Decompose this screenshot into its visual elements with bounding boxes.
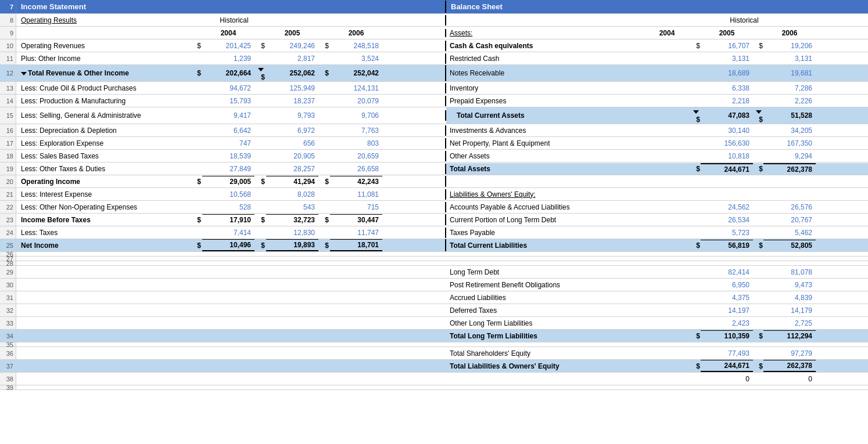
ap-2005: 24,562 bbox=[701, 202, 753, 212]
sbt-label: Less: Sales Based Taxes bbox=[16, 151, 191, 161]
is-year-2005: 2005 bbox=[266, 29, 318, 37]
restricted-cash-label: Restricted Cash bbox=[446, 53, 644, 64]
row-content-9: 2004 2005 2006 Assets: 2004 2005 2006 bbox=[16, 28, 868, 38]
row-content-12: Total Revenue & Other Income $ 202,664 $… bbox=[16, 65, 868, 81]
row-num-37: 37 bbox=[0, 360, 16, 372]
onoe-label: Less: Other Non-Operating Expenses bbox=[16, 202, 191, 212]
inv-2005: 6,338 bbox=[701, 83, 753, 93]
d-2006-1: $ bbox=[318, 42, 330, 50]
row-14: 14 Less: Production & Manufacturing 15,7… bbox=[0, 95, 868, 107]
accl-2006: 4,839 bbox=[763, 293, 816, 303]
row-num-24: 24 bbox=[0, 226, 16, 239]
bs-d-tloe-06: $ bbox=[753, 362, 763, 370]
td1: $ bbox=[191, 216, 202, 224]
ibt-label: Income Before Taxes bbox=[16, 215, 191, 225]
row-num-39: 39 bbox=[0, 385, 16, 389]
d-2005-1: $ bbox=[254, 42, 266, 50]
dep-2006: 7,763 bbox=[330, 125, 382, 136]
nppe-2006: 167,350 bbox=[763, 138, 816, 149]
row-num-16: 16 bbox=[0, 124, 16, 136]
is-row-19: Less: Other Taxes & Duties 27,849 28,257… bbox=[16, 164, 446, 174]
row-37: 37 Total Liabilities & Owners' Equity $ … bbox=[0, 360, 868, 373]
row-18: 18 Less: Sales Based Taxes 18,539 20,905… bbox=[0, 150, 868, 163]
row-content-23: Income Before Taxes $ 17,910 $ 32,723 $ … bbox=[16, 214, 868, 225]
row-9: 9 2004 2005 2006 Assets: 2004 2005 2006 bbox=[0, 27, 868, 39]
onoe-2005: 543 bbox=[266, 202, 318, 212]
bs-row-13: Inventory 6,338 7,286 bbox=[446, 83, 868, 93]
row-content-30: Post Retirement Benefit Obligations 6,95… bbox=[16, 280, 868, 290]
bs-row-23: Current Portion of Long Term Debt 26,534… bbox=[446, 215, 868, 225]
operating-results-label: Operating Results bbox=[16, 15, 191, 26]
bs-row-11: Restricted Cash 3,131 3,131 bbox=[446, 53, 868, 64]
liab-header: Liabilities & Owners' Equity: bbox=[446, 189, 644, 200]
bs-row-15: Total Current Assets $ 47,083 $ 51,528 bbox=[446, 107, 868, 124]
row-content-10: Operating Revenues $ 201,425 $ 249,246 $… bbox=[16, 41, 868, 51]
taxes-2005: 12,830 bbox=[266, 228, 318, 238]
is-row-13: Less: Crude Oil & Product Purchases 94,6… bbox=[16, 83, 446, 93]
ibt-2006: 30,447 bbox=[330, 214, 382, 225]
zero-2005: 0 bbox=[701, 374, 753, 384]
bs-year-headers: Assets: 2004 2005 2006 bbox=[446, 28, 868, 38]
prepaid-2006: 2,226 bbox=[763, 96, 816, 106]
row-content-22: Less: Other Non-Operating Expenses 528 5… bbox=[16, 202, 868, 212]
tltl-2006: 112,294 bbox=[763, 330, 816, 341]
row-num-17: 17 bbox=[0, 137, 16, 149]
ltd-2006: 81,078 bbox=[763, 267, 816, 277]
tse-2005: 77,493 bbox=[701, 348, 753, 359]
tca-label: Total Current Assets bbox=[446, 110, 644, 121]
bs-spacer-8 bbox=[446, 19, 644, 21]
row-num-12: 12 bbox=[0, 65, 16, 81]
td2: $ bbox=[254, 178, 266, 186]
tp-2005: 5,723 bbox=[701, 228, 753, 238]
ia-2005: 30,140 bbox=[701, 125, 753, 136]
row-11: 11 Plus: Other Income 1,239 2,817 3,524 … bbox=[0, 52, 868, 65]
ni-2006: 18,701 bbox=[330, 239, 382, 251]
spreadsheet: 7 Income Statement Balance Sheet 8 Opera… bbox=[0, 0, 868, 390]
row-content-36: Total Shareholders' Equity 77,493 97,279 bbox=[16, 348, 868, 359]
bs-year-2005: 2005 bbox=[701, 29, 753, 37]
oi-2005: 41,294 bbox=[266, 176, 318, 187]
cash-2005: 16,707 bbox=[701, 41, 753, 51]
row-16: 16 Less: Depreciation & Depletion 6,642 … bbox=[0, 124, 868, 137]
tltl-label: Total Long Term Liabilities bbox=[446, 331, 644, 341]
row-content-14: Less: Production & Manufacturing 15,793 … bbox=[16, 96, 868, 106]
ltd-2005: 82,414 bbox=[701, 267, 753, 277]
int-exp-label: Less: Interest Expense bbox=[16, 189, 191, 200]
nppe-2005: 156,630 bbox=[701, 138, 753, 149]
dep-label: Less: Depreciation & Depletion bbox=[16, 125, 191, 136]
row-num-18: 18 bbox=[0, 150, 16, 162]
row-num-9: 9 bbox=[0, 27, 16, 39]
bs-row-30: Post Retirement Benefit Obligations 6,95… bbox=[446, 280, 868, 290]
row-content-16: Less: Depreciation & Depletion 6,642 6,9… bbox=[16, 125, 868, 136]
crude-label: Less: Crude Oil & Product Purchases bbox=[16, 83, 191, 93]
ltd-label: Long Term Debt bbox=[446, 267, 644, 277]
row-31: 31 Accrued Liabilities 4,375 4,839 bbox=[0, 291, 868, 304]
is-row-8: Operating Results Historical bbox=[16, 15, 446, 26]
bs-row-29: Long Term Debt 82,414 81,078 bbox=[446, 267, 868, 277]
bs-row-32: Deferred Taxes 14,197 14,179 bbox=[446, 305, 868, 316]
tcl-label: Total Current Liabilities bbox=[446, 240, 644, 251]
crude-2005: 125,949 bbox=[266, 83, 318, 93]
row-content-11: Plus: Other Income 1,239 2,817 3,524 Res… bbox=[16, 53, 868, 64]
header-row-7: 7 Income Statement Balance Sheet bbox=[0, 0, 868, 14]
row-36: 36 Total Shareholders' Equity 77,493 97,… bbox=[0, 347, 868, 360]
sga-2005: 9,793 bbox=[266, 110, 318, 121]
row-35: 35 bbox=[0, 342, 868, 347]
inv-adv-label: Investments & Advances bbox=[446, 125, 644, 136]
row-num-35: 35 bbox=[0, 342, 16, 346]
is-hist-header: Historical bbox=[191, 16, 394, 24]
row-num-13: 13 bbox=[0, 82, 16, 94]
row-8: 8 Operating Results Historical Historica… bbox=[0, 14, 868, 27]
sga-2004: 9,417 bbox=[202, 110, 254, 121]
row-num-8: 8 bbox=[0, 14, 16, 26]
bs-blank-20 bbox=[446, 181, 644, 183]
op-rev-2005: 249,246 bbox=[266, 41, 318, 51]
bs-year-2006: 2006 bbox=[763, 29, 816, 37]
row-content-33: Other Long Term Liabilities 2,423 2,725 bbox=[16, 318, 868, 329]
accl-2005: 4,375 bbox=[701, 293, 753, 303]
oa-2006: 9,294 bbox=[763, 151, 816, 161]
oi-2006: 42,243 bbox=[330, 176, 382, 187]
row-num-36: 36 bbox=[0, 347, 16, 359]
dt-2006: 14,179 bbox=[763, 305, 816, 316]
accl-label: Accrued Liabilities bbox=[446, 293, 644, 303]
